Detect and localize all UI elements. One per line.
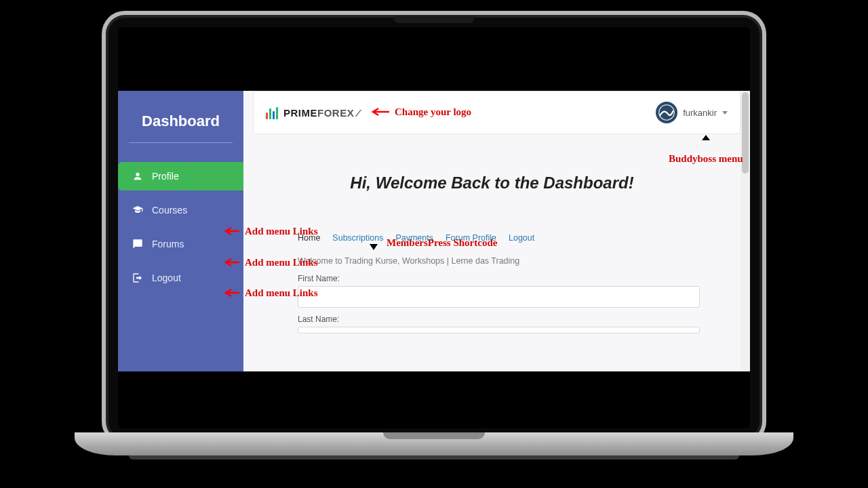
sidebar-item-label: Forums bbox=[152, 239, 184, 249]
logo[interactable]: PRIMEFOREX ⁄ bbox=[266, 106, 359, 119]
sidebar-item-forums[interactable]: Forums bbox=[118, 230, 243, 258]
avatar bbox=[656, 102, 677, 123]
mp-nav-logout[interactable]: Logout bbox=[509, 233, 534, 243]
mp-nav-home[interactable]: Home bbox=[298, 233, 320, 243]
user-icon bbox=[132, 170, 144, 182]
laptop-frame: Dashboard Profile Courses bbox=[102, 11, 766, 445]
chat-icon bbox=[132, 238, 144, 250]
laptop-foot bbox=[129, 455, 739, 460]
laptop-notch bbox=[393, 16, 475, 23]
topbar: PRIMEFOREX ⁄ furkankir bbox=[253, 91, 741, 134]
exit-icon bbox=[132, 272, 144, 284]
mp-nav-forum-profile[interactable]: Forum Profile bbox=[446, 233, 496, 243]
laptop-notch-cut bbox=[383, 432, 485, 439]
sidebar: Dashboard Profile Courses bbox=[118, 91, 243, 371]
sidebar-item-logout[interactable]: Logout bbox=[118, 264, 243, 292]
username: furkankir bbox=[683, 108, 717, 118]
sidebar-item-label: Courses bbox=[152, 205, 187, 216]
main-area: PRIMEFOREX ⁄ furkankir Hi, Welcome Back … bbox=[243, 91, 741, 371]
logo-bars-icon bbox=[266, 106, 278, 119]
sidebar-title: Dashboard bbox=[118, 91, 243, 142]
laptop-base bbox=[75, 432, 793, 455]
content: Hi, Welcome Back to the Dashboard! Home … bbox=[243, 133, 741, 371]
scrollbar-thumb[interactable] bbox=[742, 92, 749, 174]
first-name-input[interactable] bbox=[298, 286, 700, 308]
memberspress-nav: Home Subscriptions Payments Forum Profil… bbox=[298, 233, 720, 243]
sidebar-item-label: Profile bbox=[152, 171, 179, 182]
laptop-screen: Dashboard Profile Courses bbox=[118, 27, 750, 428]
first-name-label: First Name: bbox=[298, 274, 720, 283]
scrollbar[interactable] bbox=[741, 91, 750, 371]
welcome-heading: Hi, Welcome Back to the Dashboard! bbox=[264, 174, 720, 192]
sidebar-item-profile[interactable]: Profile bbox=[118, 162, 243, 190]
chevron-down-icon bbox=[722, 111, 728, 115]
user-menu[interactable]: furkankir bbox=[656, 102, 728, 123]
mp-welcome-text: Welcome to Trading Kurse, Workshops | Le… bbox=[298, 256, 720, 266]
last-name-label: Last Name: bbox=[298, 314, 720, 324]
last-name-input[interactable] bbox=[298, 327, 700, 333]
logo-text: PRIMEFOREX ⁄ bbox=[283, 107, 359, 119]
sidebar-item-courses[interactable]: Courses bbox=[118, 196, 243, 224]
mp-nav-payments[interactable]: Payments bbox=[395, 233, 433, 243]
app-viewport: Dashboard Profile Courses bbox=[118, 91, 750, 371]
sidebar-item-label: Logout bbox=[152, 272, 181, 283]
graduation-icon bbox=[132, 204, 144, 216]
mp-nav-subscriptions[interactable]: Subscriptions bbox=[332, 233, 383, 243]
sidebar-divider bbox=[129, 142, 233, 143]
